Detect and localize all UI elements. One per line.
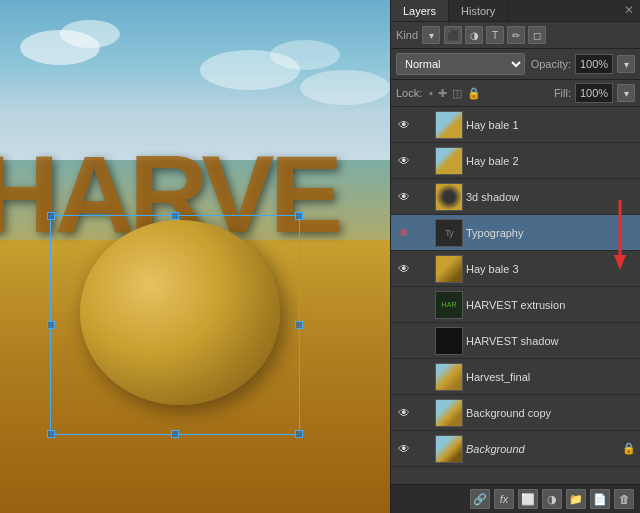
lock-all-icon[interactable]: 🔒: [467, 87, 481, 100]
fill-control: Fill: ▾: [554, 83, 635, 103]
thumb-3d-shadow: [435, 183, 463, 211]
visibility-icon-typography[interactable]: 👁: [395, 224, 413, 242]
search-bar: Kind ▾ ⬛ ◑ T ✏ ◻: [391, 22, 640, 49]
thumb-background-copy: [435, 399, 463, 427]
lock-move-icon[interactable]: ✚: [438, 87, 447, 100]
layer-item-3d-shadow[interactable]: 👁 3d shadow: [391, 179, 640, 215]
thumb-hay-bale-3: [435, 255, 463, 283]
opacity-control: Opacity: ▾: [531, 54, 635, 74]
opacity-input[interactable]: [575, 54, 613, 74]
thumb-harvest-shadow: [435, 327, 463, 355]
lock-label: Lock:: [396, 87, 422, 99]
layer-name-hay-bale-1: Hay bale 1: [466, 119, 636, 131]
thumb-hay-bale-1: [435, 111, 463, 139]
pixel-filter-icon[interactable]: ⬛: [444, 26, 462, 44]
opacity-dropdown[interactable]: ▾: [617, 55, 635, 73]
thumb-harvest-extrusion: HAR: [435, 291, 463, 319]
chain-icon-harvest-final[interactable]: [416, 369, 432, 385]
chain-icon-harvest-extrusion[interactable]: [416, 297, 432, 313]
filter-type-icons: ⬛ ◑ T ✏ ◻: [444, 26, 546, 44]
fill-label: Fill:: [554, 87, 571, 99]
delete-layer-button[interactable]: 🗑: [614, 489, 634, 509]
blend-mode-select[interactable]: Normal: [396, 53, 525, 75]
layers-panel: Layers History ✕ Kind ▾ ⬛ ◑ T ✏ ◻ Normal…: [390, 0, 640, 513]
tab-history[interactable]: History: [449, 0, 508, 21]
layer-item-background-copy[interactable]: 👁 Background copy: [391, 395, 640, 431]
layer-name-harvest-final: Harvest_final: [466, 371, 636, 383]
visibility-icon-hay-bale-2[interactable]: 👁: [395, 152, 413, 170]
layer-name-3d-shadow: 3d shadow: [466, 191, 636, 203]
canvas-area: HARVE: [0, 0, 390, 513]
layer-name-hay-bale-2: Hay bale 2: [466, 155, 636, 167]
adjustment-filter-icon[interactable]: ◑: [465, 26, 483, 44]
thumb-hay-bale-2: [435, 147, 463, 175]
canvas-image: HARVE: [0, 0, 390, 513]
layer-name-hay-bale-3: Hay bale 3: [466, 263, 636, 275]
layer-name-background: Background: [466, 443, 619, 455]
layer-item-harvest-shadow[interactable]: 👁 HARVEST shadow: [391, 323, 640, 359]
link-layers-button[interactable]: 🔗: [470, 489, 490, 509]
new-group-button[interactable]: 📁: [566, 489, 586, 509]
thumb-background: [435, 435, 463, 463]
layer-lock-icon: 🔒: [622, 442, 636, 455]
blend-mode-row: Normal Opacity: ▾: [391, 49, 640, 80]
visibility-icon-background[interactable]: 👁: [395, 440, 413, 458]
visibility-icon-3d-shadow[interactable]: 👁: [395, 188, 413, 206]
opacity-label: Opacity:: [531, 58, 571, 70]
layer-name-typography: Typography: [466, 227, 636, 239]
kind-label: Kind: [396, 29, 418, 41]
hay-bale-main: [80, 220, 280, 405]
new-layer-button[interactable]: 📄: [590, 489, 610, 509]
lock-row: Lock: ▪ ✚ ◫ 🔒 Fill: ▾: [391, 80, 640, 107]
chain-icon-hay-bale-2[interactable]: [416, 153, 432, 169]
layer-item-background[interactable]: 👁 Background 🔒: [391, 431, 640, 467]
layers-list: 👁 Hay bale 1 👁 Hay bale 2 👁 3d shadow 👁 …: [391, 107, 640, 484]
chain-icon-hay-bale-1[interactable]: [416, 117, 432, 133]
visibility-icon-hay-bale-1[interactable]: 👁: [395, 116, 413, 134]
smart-filter-icon[interactable]: ◻: [528, 26, 546, 44]
cloud-2: [60, 20, 120, 48]
layer-item-harvest-extrusion[interactable]: 👁 HAR HARVEST extrusion: [391, 287, 640, 323]
filter-dropdown[interactable]: ▾: [422, 26, 440, 44]
cloud-4: [270, 40, 340, 70]
thumb-typography: Ty: [435, 219, 463, 247]
panel-tabs: Layers History ✕: [391, 0, 640, 22]
lock-pixels-icon[interactable]: ▪: [429, 87, 433, 99]
chain-icon-background[interactable]: [416, 441, 432, 457]
layer-item-hay-bale-2[interactable]: 👁 Hay bale 2: [391, 143, 640, 179]
layer-item-hay-bale-1[interactable]: 👁 Hay bale 1: [391, 107, 640, 143]
visibility-icon-hay-bale-3[interactable]: 👁: [395, 260, 413, 278]
panel-close-button[interactable]: ✕: [618, 0, 640, 21]
adjustment-layer-button[interactable]: ◑: [542, 489, 562, 509]
cloud-5: [300, 70, 390, 105]
type-filter-icon[interactable]: T: [486, 26, 504, 44]
layer-item-hay-bale-3[interactable]: 👁 Hay bale 3: [391, 251, 640, 287]
visibility-icon-harvest-extrusion[interactable]: 👁: [395, 296, 413, 314]
visibility-icon-harvest-shadow[interactable]: 👁: [395, 332, 413, 350]
fill-input[interactable]: [575, 83, 613, 103]
chain-icon-hay-bale-3[interactable]: [416, 261, 432, 277]
add-mask-button[interactable]: ⬜: [518, 489, 538, 509]
layer-name-harvest-extrusion: HARVEST extrusion: [466, 299, 636, 311]
chain-icon-typography[interactable]: [416, 225, 432, 241]
fill-dropdown[interactable]: ▾: [617, 84, 635, 102]
lock-artboards-icon[interactable]: ◫: [452, 87, 462, 100]
chain-icon-3d-shadow[interactable]: [416, 189, 432, 205]
chain-icon-harvest-shadow[interactable]: [416, 333, 432, 349]
bottom-toolbar: 🔗 fx ⬜ ◑ 📁 📄 🗑: [391, 484, 640, 513]
shape-filter-icon[interactable]: ✏: [507, 26, 525, 44]
layer-name-background-copy: Background copy: [466, 407, 636, 419]
layer-item-harvest-final[interactable]: 👁 Harvest_final: [391, 359, 640, 395]
layer-style-button[interactable]: fx: [494, 489, 514, 509]
visibility-icon-background-copy[interactable]: 👁: [395, 404, 413, 422]
visibility-icon-harvest-final[interactable]: 👁: [395, 368, 413, 386]
thumb-harvest-final: [435, 363, 463, 391]
layer-name-harvest-shadow: HARVEST shadow: [466, 335, 636, 347]
tab-layers[interactable]: Layers: [391, 0, 449, 21]
layer-item-typography[interactable]: 👁 Ty Typography: [391, 215, 640, 251]
chain-icon-background-copy[interactable]: [416, 405, 432, 421]
